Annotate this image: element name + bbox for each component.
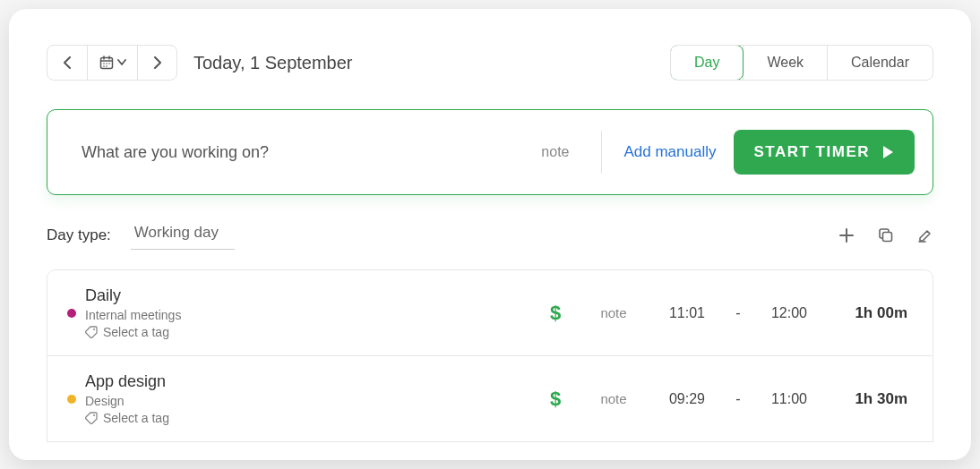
tag-label: Select a tag: [103, 411, 169, 425]
date-nav-group: [47, 45, 177, 81]
select-tag-button[interactable]: Select a tag: [85, 411, 273, 425]
time-separator: -: [725, 391, 752, 407]
svg-point-6: [108, 63, 110, 64]
add-entry-button[interactable]: [838, 227, 855, 243]
day-type-row: Day type: Working day: [47, 220, 933, 250]
day-type-label: Day type:: [47, 226, 111, 244]
tab-day[interactable]: Day: [670, 45, 744, 81]
time-tracker-card: Today, 1 September Day Week Calendar not…: [9, 9, 971, 460]
chevron-left-icon: [63, 56, 72, 69]
svg-point-7: [103, 65, 105, 67]
entry-info: Daily Internal meetings Select a tag: [85, 286, 273, 339]
entry-end-time[interactable]: 11:00: [761, 391, 818, 407]
entry-title: Daily: [85, 286, 273, 305]
calendar-picker-button[interactable]: [87, 46, 137, 80]
entry-end-time[interactable]: 12:00: [761, 305, 818, 321]
entry-category: Internal meetings: [85, 308, 273, 322]
tag-label: Select a tag: [103, 325, 169, 339]
time-entries-list: Daily Internal meetings Select a tag $ n…: [47, 269, 933, 442]
edit-icon: [917, 227, 933, 243]
svg-point-13: [93, 414, 95, 416]
plus-icon: [838, 227, 855, 243]
tag-icon: [85, 326, 98, 338]
tag-icon: [85, 412, 98, 424]
play-icon: [881, 145, 895, 159]
entry-start-time[interactable]: 09:29: [658, 391, 716, 407]
start-timer-button[interactable]: START TIMER: [734, 130, 915, 175]
calendar-icon: [99, 55, 114, 70]
note-button[interactable]: note: [509, 144, 601, 160]
entry-category: Design: [85, 394, 273, 408]
current-date-label: Today, 1 September: [193, 53, 353, 73]
edit-day-button[interactable]: [917, 227, 933, 243]
svg-point-4: [103, 63, 105, 64]
time-entry[interactable]: Daily Internal meetings Select a tag $ n…: [47, 270, 933, 355]
day-type-select[interactable]: Working day: [131, 220, 235, 250]
tab-calendar[interactable]: Calendar: [827, 46, 933, 80]
chevron-down-icon: [117, 59, 126, 66]
time-entry[interactable]: App design Design Select a tag $ note 09…: [47, 355, 933, 441]
entry-info: App design Design Select a tag: [85, 372, 273, 425]
timer-panel: note Add manually START TIMER: [47, 109, 933, 195]
start-timer-label: START TIMER: [753, 143, 870, 161]
entry-title: App design: [85, 372, 273, 391]
billable-toggle[interactable]: $: [542, 388, 569, 411]
select-tag-button[interactable]: Select a tag: [85, 325, 273, 339]
svg-point-5: [106, 63, 107, 64]
next-day-button[interactable]: [137, 46, 176, 80]
chevron-right-icon: [153, 56, 162, 69]
svg-point-12: [93, 328, 95, 330]
svg-rect-11: [883, 232, 892, 241]
svg-point-8: [106, 65, 107, 67]
task-description-input[interactable]: [82, 143, 509, 162]
add-manually-link[interactable]: Add manually: [623, 143, 716, 161]
entry-start-time[interactable]: 11:01: [658, 305, 716, 321]
divider: [601, 131, 602, 174]
time-separator: -: [725, 305, 752, 321]
copy-day-button[interactable]: [878, 227, 894, 243]
prev-day-button[interactable]: [47, 46, 87, 80]
project-color-dot: [67, 309, 76, 318]
copy-icon: [878, 227, 894, 243]
tab-week[interactable]: Week: [743, 46, 827, 80]
project-color-dot: [67, 395, 76, 404]
day-actions: [838, 227, 933, 243]
entry-note-button[interactable]: note: [578, 305, 649, 320]
topbar: Today, 1 September Day Week Calendar: [47, 45, 933, 81]
billable-toggle[interactable]: $: [542, 302, 569, 325]
entry-note-button[interactable]: note: [578, 391, 649, 406]
entry-duration: 1h 30m: [827, 390, 907, 408]
entry-duration: 1h 00m: [827, 304, 907, 322]
view-tabs: Day Week Calendar: [670, 45, 933, 81]
